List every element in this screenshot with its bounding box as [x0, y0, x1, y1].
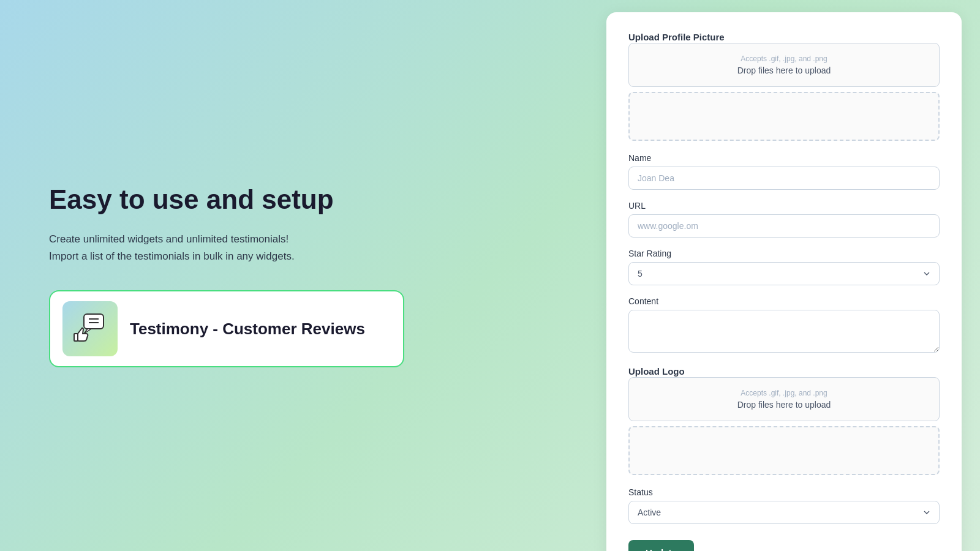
url-label: URL [628, 201, 940, 211]
star-rating-select[interactable]: 1 2 3 4 5 [628, 262, 940, 285]
left-panel: Easy to use and setup Create unlimited w… [0, 0, 588, 551]
app-name: Testimony - Customer Reviews [130, 320, 365, 339]
name-group: Name [628, 153, 940, 190]
app-card[interactable]: Testimony - Customer Reviews [49, 290, 404, 367]
name-input[interactable] [628, 167, 940, 190]
svg-marker-3 [84, 329, 91, 334]
description-line2: Import a list of the testimonials in bul… [49, 250, 295, 262]
upload-logo-accepts: Accepts .gif, .jpg, and .png [640, 389, 928, 397]
status-group: Status Active Inactive [628, 487, 940, 524]
svg-rect-0 [84, 314, 104, 329]
upload-profile-group: Upload Profile Picture Accepts .gif, .jp… [628, 32, 940, 141]
status-select[interactable]: Active Inactive [628, 501, 940, 524]
star-rating-label: Star Rating [628, 249, 940, 258]
url-input[interactable] [628, 214, 940, 238]
name-label: Name [628, 153, 940, 163]
left-content: Easy to use and setup Create unlimited w… [49, 184, 404, 368]
upload-logo-label: Upload Logo [628, 366, 685, 377]
upload-logo-group: Upload Logo Accepts .gif, .jpg, and .png… [628, 366, 940, 475]
app-icon [62, 301, 118, 356]
upload-profile-label: Upload Profile Picture [628, 32, 725, 42]
upload-profile-drop: Drop files here to upload [640, 66, 928, 75]
upload-profile-box[interactable]: Accepts .gif, .jpg, and .png Drop files … [628, 43, 940, 87]
app-icon-svg [70, 309, 110, 349]
content-label: Content [628, 296, 940, 306]
upload-logo-preview [628, 426, 940, 475]
content-group: Content [628, 296, 940, 355]
update-button[interactable]: Update [628, 540, 694, 551]
description-line1: Create unlimited widgets and unlimited t… [49, 233, 288, 245]
svg-rect-4 [74, 334, 78, 341]
upload-logo-drop: Drop files here to upload [640, 400, 928, 410]
form-card: Upload Profile Picture Accepts .gif, .jp… [606, 12, 962, 551]
star-rating-group: Star Rating 1 2 3 4 5 [628, 249, 940, 285]
upload-profile-accepts: Accepts .gif, .jpg, and .png [640, 54, 928, 63]
url-group: URL [628, 201, 940, 238]
main-heading: Easy to use and setup [49, 184, 404, 216]
content-textarea[interactable] [628, 310, 940, 353]
description: Create unlimited widgets and unlimited t… [49, 231, 404, 266]
right-panel: Upload Profile Picture Accepts .gif, .jp… [588, 0, 980, 551]
status-label: Status [628, 487, 940, 497]
upload-logo-box[interactable]: Accepts .gif, .jpg, and .png Drop files … [628, 377, 940, 421]
upload-profile-preview [628, 92, 940, 141]
